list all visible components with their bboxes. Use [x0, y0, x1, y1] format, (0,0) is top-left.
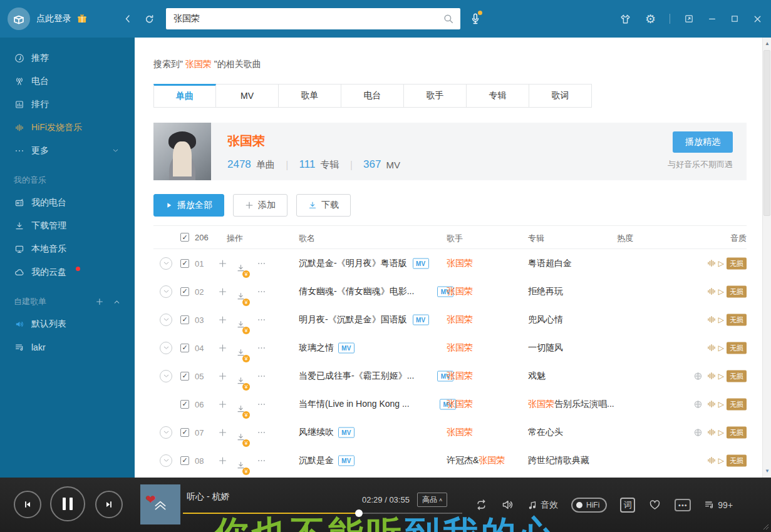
artist-card[interactable]: 张国荣 2478单曲 ｜ 111专辑 ｜ 367MV 播放精选 与好音乐不期而遇: [153, 123, 747, 180]
song-title[interactable]: 倩女幽魂-《倩女幽魂》电影...: [299, 286, 414, 297]
expand-row-icon[interactable]: [160, 285, 172, 298]
scrollbar-thumb[interactable]: [763, 50, 770, 216]
artist-link[interactable]: 张国荣: [447, 371, 473, 381]
row-checkbox[interactable]: ✓: [180, 428, 189, 437]
download-song-icon[interactable]: ¥: [236, 377, 246, 387]
artist-link[interactable]: 张国荣: [447, 427, 473, 437]
sidebar-item-本地音乐[interactable]: 本地音乐: [0, 237, 135, 260]
row-checkbox[interactable]: ✓: [180, 456, 189, 465]
tab-专辑[interactable]: 专辑: [467, 84, 529, 107]
add-playlist-icon[interactable]: [95, 297, 104, 306]
app-logo-icon[interactable]: [8, 8, 30, 30]
now-playing-artwork[interactable]: ❤: [140, 484, 180, 524]
artist-link[interactable]: 张国荣: [447, 399, 473, 409]
expand-row-icon[interactable]: [160, 257, 172, 270]
tab-歌词[interactable]: 歌词: [529, 84, 592, 107]
song-title[interactable]: 当年情(Live in Hong Kong ...: [299, 399, 410, 410]
download-song-icon[interactable]: ¥: [236, 265, 246, 275]
sidebar-item-排行[interactable]: 排行: [0, 93, 135, 116]
song-row-02[interactable]: ✓02¥倩女幽魂-《倩女幽魂》电影...MV张国荣拒绝再玩▷无损: [153, 277, 747, 305]
song-album[interactable]: 拒绝再玩: [528, 286, 563, 297]
tab-歌手[interactable]: 歌手: [404, 84, 467, 107]
gift-icon[interactable]: [76, 13, 88, 24]
artist-photo[interactable]: [153, 123, 211, 180]
play-featured-button[interactable]: 播放精选: [673, 131, 733, 153]
expand-row-icon[interactable]: [160, 314, 172, 326]
song-row-03[interactable]: ✓03¥明月夜-《沉默是金》国语版MV张国荣兜风心情▷无损: [153, 305, 747, 334]
login-button[interactable]: 点此登录: [36, 13, 71, 24]
song-title[interactable]: 明月夜-《沉默是金》国语版: [299, 314, 407, 325]
lossless-badge[interactable]: 无损: [727, 454, 747, 466]
expand-row-icon[interactable]: [160, 426, 172, 439]
add-song-icon[interactable]: [218, 258, 227, 268]
download-song-icon[interactable]: ¥: [236, 293, 246, 303]
song-title[interactable]: 风继续吹: [299, 427, 334, 438]
refresh-icon[interactable]: [144, 14, 155, 24]
song-artist[interactable]: 张国荣: [447, 314, 473, 325]
scroll-down-arrow[interactable]: ▼: [763, 466, 771, 476]
add-button[interactable]: 添加: [233, 194, 287, 217]
add-song-icon[interactable]: [218, 343, 227, 352]
song-title[interactable]: 沉默是金-《明月夜》粤语版: [299, 258, 407, 269]
lossless-badge[interactable]: 无损: [727, 314, 747, 325]
expand-row-icon[interactable]: [160, 370, 172, 382]
sidebar-item-我的电台[interactable]: 我的电台: [0, 191, 135, 214]
tab-单曲[interactable]: 单曲: [153, 84, 216, 107]
sidebar-playlist-lakr[interactable]: lakr: [0, 335, 135, 359]
repeat-mode-icon[interactable]: [475, 498, 488, 511]
mv-badge[interactable]: MV: [413, 258, 429, 269]
song-row-06[interactable]: ✓06¥当年情(Live in Hong Kong ...MV张国荣张国荣告别乐…: [153, 390, 747, 418]
sound-effects-button[interactable]: 音效: [527, 499, 558, 511]
close-icon[interactable]: [753, 14, 762, 24]
song-album[interactable]: 戏魅: [528, 371, 546, 382]
download-song-icon[interactable]: ¥: [236, 406, 246, 416]
more-song-options-icon[interactable]: [257, 399, 266, 409]
add-song-icon[interactable]: [218, 315, 227, 324]
add-song-icon[interactable]: [218, 399, 227, 409]
artist-link[interactable]: 张国荣: [528, 399, 554, 409]
volume-icon[interactable]: [501, 498, 514, 511]
desktop-lyrics-button[interactable]: 词: [620, 498, 635, 513]
tab-电台[interactable]: 电台: [341, 84, 404, 107]
song-album[interactable]: 常在心头: [528, 427, 563, 438]
content-scrollbar[interactable]: ▲ ▼: [762, 38, 771, 478]
mv-badge[interactable]: MV: [338, 342, 354, 353]
song-artist[interactable]: 张国荣: [447, 286, 473, 297]
expand-row-icon[interactable]: [160, 342, 172, 354]
download-song-icon[interactable]: ¥: [236, 462, 246, 472]
artist-link[interactable]: 张国荣: [447, 258, 473, 268]
lossless-badge[interactable]: 无损: [727, 342, 747, 354]
artist-link[interactable]: 张国荣: [479, 455, 505, 465]
lossless-badge[interactable]: 无损: [727, 257, 747, 269]
play-all-button[interactable]: 播放全部: [153, 194, 224, 217]
download-button[interactable]: 下载: [296, 194, 351, 217]
artist-name[interactable]: 张国荣: [227, 133, 400, 150]
select-all-checkbox[interactable]: ✓: [180, 233, 189, 242]
song-artist[interactable]: 张国荣: [447, 371, 473, 382]
song-title[interactable]: 沉默是金: [299, 455, 334, 466]
song-row-07[interactable]: ✓07¥风继续吹MV张国荣常在心头▷无损: [153, 418, 747, 446]
download-song-icon[interactable]: ¥: [236, 349, 246, 359]
song-title[interactable]: 玻璃之情: [299, 342, 334, 354]
artist-link[interactable]: 张国荣: [447, 314, 473, 324]
back-icon[interactable]: [123, 14, 133, 24]
tab-MV[interactable]: MV: [216, 84, 279, 107]
sidebar-item-我的云盘[interactable]: 我的云盘: [0, 260, 135, 284]
quality-selector[interactable]: 高品˄: [417, 493, 447, 507]
collapse-playlists-icon[interactable]: [113, 297, 121, 306]
song-album[interactable]: 兜风心情: [528, 314, 563, 325]
row-checkbox[interactable]: ✓: [180, 400, 189, 409]
song-title[interactable]: 当爱已成往事-《霸王别姬》...: [299, 371, 414, 382]
sidebar-item-更多[interactable]: 更多: [0, 139, 135, 162]
mv-badge[interactable]: MV: [413, 314, 429, 325]
more-options-button[interactable]: •••: [675, 499, 691, 511]
settings-gear-icon[interactable]: ⚙: [645, 13, 656, 25]
song-album[interactable]: 一切随风: [528, 342, 563, 354]
song-artist[interactable]: 张国荣: [447, 399, 473, 410]
scroll-up-arrow[interactable]: ▲: [763, 39, 771, 49]
more-song-options-icon[interactable]: [257, 287, 266, 296]
lossless-badge[interactable]: 无损: [727, 285, 747, 297]
song-artist[interactable]: 许冠杰&张国荣: [447, 455, 505, 466]
song-artist[interactable]: 张国荣: [447, 258, 473, 269]
download-song-icon[interactable]: ¥: [236, 434, 246, 444]
